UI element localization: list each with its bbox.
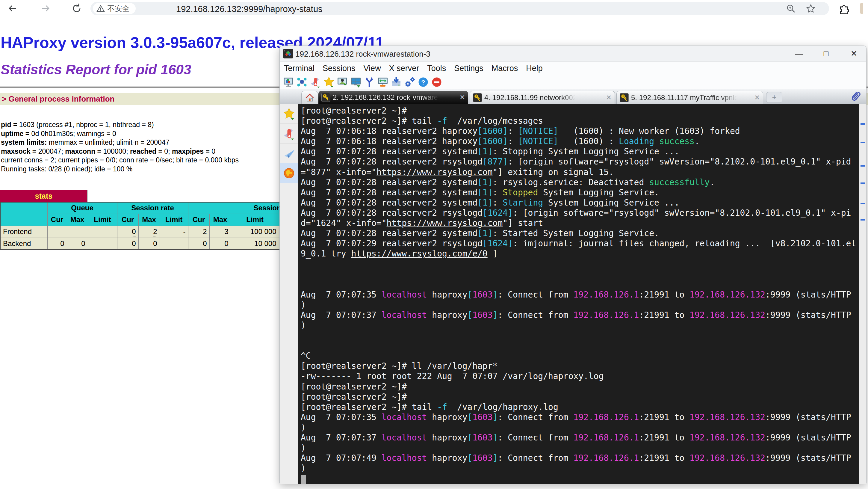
toolbar-button-tools-knife-icon[interactable] <box>310 77 321 88</box>
remote-desktop-icon <box>337 77 348 88</box>
tab-close-icon[interactable]: ✕ <box>754 94 760 101</box>
toolbar-button-help-icon[interactable]: ? <box>417 77 429 88</box>
scrollbar-marker <box>861 123 865 125</box>
table-value-cell: 2 <box>188 225 209 238</box>
tab-close-icon[interactable]: ✕ <box>460 93 465 101</box>
menu-x-server[interactable]: X server <box>389 64 419 73</box>
toolbar-button-split-view-icon[interactable] <box>350 77 362 88</box>
page-subtitle: Statistics Report for pid 1603 <box>1 61 191 78</box>
terminal-line: Aug 7 07:07:29 realserver2 rsyslogd[1624… <box>301 239 859 249</box>
scrollbar-marker <box>861 182 865 184</box>
menu-help[interactable]: Help <box>526 64 543 73</box>
scrollbar-marker <box>861 203 865 204</box>
table-value-cell <box>47 225 117 238</box>
packages-icon <box>391 77 402 88</box>
tab-close-icon[interactable]: ✕ <box>606 94 612 101</box>
table-corner-cell <box>0 202 47 225</box>
toolbar-button-remote-desktop-icon[interactable] <box>337 77 348 88</box>
bookmark-star-icon[interactable] <box>806 4 816 14</box>
screen: 不安全 192.168.126.132:9999/haproxy-status … <box>0 0 868 489</box>
security-chip[interactable]: 不安全 <box>93 3 136 14</box>
settings-gears-icon <box>404 77 415 88</box>
table-value-cell: 0 <box>67 238 88 250</box>
new-tab-button[interactable]: + <box>766 92 782 103</box>
terminal-line: Aug 7 07:06:18 realserver2 haproxy[1600]… <box>301 126 859 136</box>
scrollbar-marker <box>861 219 865 220</box>
terminal-line: ="877" x-info="https://www.rsyslog.com"]… <box>301 167 859 177</box>
table-sub-header: Cur <box>47 214 67 225</box>
toolbar-button-servers-icon[interactable] <box>296 77 308 88</box>
toolbar-button-tunneling-icon[interactable] <box>377 77 389 88</box>
toolbar-button-packages-icon[interactable] <box>391 77 402 88</box>
warning-icon <box>96 4 105 13</box>
tools-knife-icon <box>310 77 321 88</box>
row-name-cell: Frontend <box>0 225 47 238</box>
sidebar-button-tools-knife-icon[interactable] <box>280 124 298 144</box>
terminal-line <box>301 331 859 341</box>
menu-view[interactable]: View <box>364 64 381 73</box>
terminal-line: ) <box>301 320 859 331</box>
reload-icon[interactable] <box>71 3 82 14</box>
back-icon[interactable] <box>7 3 18 14</box>
close-icon[interactable]: ✕ <box>847 48 861 60</box>
menu-macros[interactable]: Macros <box>492 64 518 73</box>
tools-knife-icon <box>283 127 295 140</box>
terminal-line: [root@realserver2 ~]# <box>301 382 859 392</box>
extensions-puzzle-icon[interactable] <box>838 3 849 14</box>
profile-avatar-edge[interactable] <box>860 3 863 14</box>
maximize-icon[interactable]: □ <box>819 48 833 60</box>
table-sub-header: Max <box>138 214 160 225</box>
table-value-cell: 10 000 <box>231 238 279 250</box>
sidebar-button-sessions-star-icon[interactable] <box>280 104 298 124</box>
terminal-line: [root@realserver2 ~]# tail -f /var/log/h… <box>301 402 859 412</box>
table-group-header: Queue <box>47 202 117 214</box>
terminal-line <box>301 269 859 280</box>
minimize-icon[interactable]: — <box>793 48 806 60</box>
toolbar-button-session-icon[interactable] <box>283 77 294 88</box>
sessions-star-icon <box>323 77 335 88</box>
ssh-key-icon <box>321 93 330 102</box>
table-sub-header: Cur <box>117 214 138 225</box>
table-value-cell <box>88 238 117 250</box>
table-sub-header: Limit <box>160 214 188 225</box>
table-value-cell: 100 000 <box>231 225 279 238</box>
menu-sessions[interactable]: Sessions <box>322 64 355 73</box>
session-tab-3[interactable]: 5. 192.168.11.117 myTraffic vpnlog ou✕ <box>616 91 763 104</box>
home-tab[interactable] <box>301 91 318 104</box>
terminal-line: [root@realserver2 ~]# ll /var/log/hapr* <box>301 361 859 371</box>
terminal-line: Aug 7 07:07:49 localhost haproxy[1603]: … <box>301 453 859 463</box>
table-value-cell: 0 <box>117 238 138 250</box>
toolbar-button-sessions-star-icon[interactable] <box>323 77 335 88</box>
terminal-line: Aug 7 07:07:28 realserver2 systemd[1]: S… <box>301 147 859 157</box>
menu-tools[interactable]: Tools <box>427 64 446 73</box>
terminal-console[interactable]: [root@realserver2 ~]#[root@realserver2 ~… <box>298 104 859 484</box>
terminal-line <box>301 341 859 351</box>
terminal-line: ^C <box>301 351 859 361</box>
zoom-icon[interactable] <box>786 4 796 14</box>
terminal-line: Aug 7 07:07:37 localhost haproxy[1603]: … <box>301 310 859 320</box>
url-bar[interactable]: 不安全 192.168.126.132:9999/haproxy-status <box>90 2 829 15</box>
terminal-line: [root@realserver2 ~]# <box>301 106 859 116</box>
toolbar-button-multiexec-icon[interactable] <box>364 77 375 88</box>
terminal-line: 9_0.1 try https://www.rsyslog.com/e/0 ] <box>301 249 859 259</box>
terminal-menubar: TerminalSessionsViewX serverToolsSetting… <box>280 62 866 75</box>
sidebar-button-world-globe-icon[interactable] <box>280 163 298 183</box>
table-value-cell: 0 <box>209 238 231 250</box>
table-sub-header: Limit <box>231 214 279 225</box>
tab-label: 4. 192.168.11.99 network002 <box>484 93 577 102</box>
toolbar-button-settings-gears-icon[interactable] <box>404 77 415 88</box>
toolbar-button-xserver-stop-icon[interactable] <box>431 77 442 88</box>
forward-icon[interactable] <box>40 3 51 14</box>
sidebar-button-macros-paperplane-icon[interactable] <box>280 144 298 163</box>
session-tab-1[interactable]: 2. 192.168.126.132 rock-vmwarestat✕ <box>318 91 468 104</box>
attachments-paperclip-icon[interactable] <box>849 90 862 103</box>
session-tab-2[interactable]: 4. 192.168.11.99 network002✕ <box>470 91 615 104</box>
menu-terminal[interactable]: Terminal <box>284 64 314 73</box>
terminal-cursor <box>301 475 306 484</box>
terminal-scrollbar[interactable] <box>859 104 866 484</box>
terminal-line: Aug 7 07:07:28 realserver2 systemd[1]: S… <box>301 228 859 239</box>
terminal-titlebar[interactable]: 192.168.126.132 rock-vmwarestation-3 — □… <box>280 46 866 62</box>
table-value-cell: 0 <box>138 238 160 250</box>
menu-settings[interactable]: Settings <box>454 64 484 73</box>
browser-toolbar: 不安全 192.168.126.132:9999/haproxy-status <box>0 0 868 17</box>
